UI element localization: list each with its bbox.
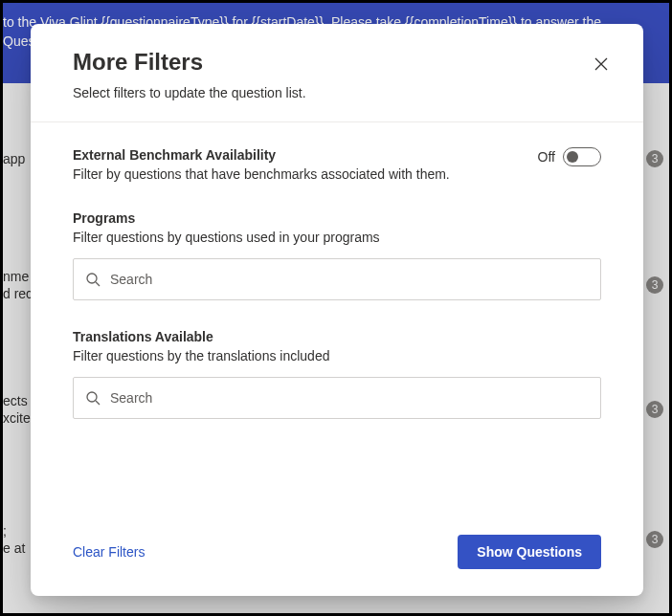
svg-line-3	[96, 401, 100, 405]
benchmark-toggle[interactable]	[563, 147, 601, 166]
modal-header: More Filters Select filters to update th…	[31, 24, 643, 122]
section-desc: Filter questions by the translations inc…	[73, 348, 601, 363]
translations-search-input[interactable]	[110, 390, 589, 406]
section-title: Programs	[73, 210, 601, 226]
show-questions-button[interactable]: Show Questions	[458, 535, 601, 569]
modal-footer: Clear Filters Show Questions	[31, 517, 643, 596]
toggle-knob	[567, 151, 578, 163]
more-filters-modal: More Filters Select filters to update th…	[31, 24, 643, 596]
modal-subtitle: Select filters to update the question li…	[73, 85, 601, 100]
modal-title: More Filters	[73, 49, 601, 76]
section-desc: Filter questions by questions used in yo…	[73, 230, 601, 245]
section-desc: Filter by questions that have benchmarks…	[73, 166, 538, 182]
filter-section-benchmark: External Benchmark Availability Filter b…	[73, 147, 601, 182]
clear-filters-button[interactable]: Clear Filters	[73, 539, 145, 565]
section-title: External Benchmark Availability	[73, 147, 538, 163]
svg-point-0	[87, 274, 97, 283]
svg-point-2	[87, 392, 97, 402]
close-button[interactable]	[588, 51, 615, 77]
translations-search-box[interactable]	[73, 377, 601, 419]
close-icon	[594, 56, 609, 72]
programs-search-input[interactable]	[110, 272, 589, 287]
programs-search-box[interactable]	[73, 258, 601, 300]
filter-section-translations: Translations Available Filter questions …	[73, 329, 601, 419]
modal-body: External Benchmark Availability Filter b…	[31, 122, 643, 517]
toggle-label: Off	[538, 149, 555, 165]
search-icon	[85, 390, 101, 406]
search-icon	[85, 272, 101, 287]
filter-section-programs: Programs Filter questions by questions u…	[73, 210, 601, 300]
svg-line-1	[96, 282, 100, 286]
section-title: Translations Available	[73, 329, 601, 344]
